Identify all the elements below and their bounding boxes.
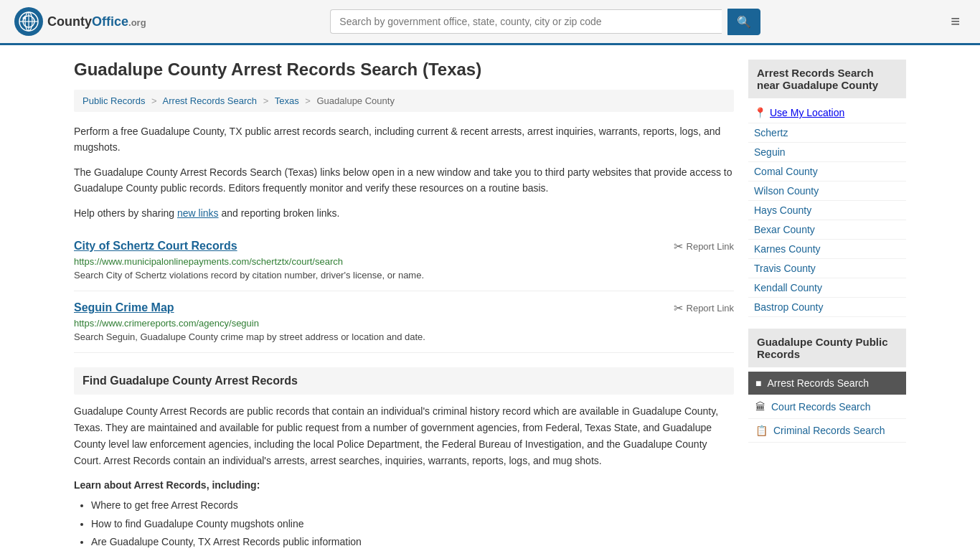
breadcrumb-public-records[interactable]: Public Records — [83, 95, 145, 106]
report-link-btn-2[interactable]: ✂ Report Link — [674, 301, 734, 315]
list-item: Seguin — [748, 143, 906, 162]
logo-text: CountyOffice.org — [47, 14, 146, 29]
sidebar-nearby-title: Arrest Records Search near Guadalupe Cou… — [748, 60, 906, 98]
nearby-link-3[interactable]: Wilson County — [754, 185, 819, 197]
menu-icon[interactable]: ≡ — [945, 9, 966, 34]
record-title-1[interactable]: City of Schertz Court Records — [74, 240, 237, 253]
new-links-link[interactable]: new links — [177, 207, 219, 219]
page-title: Guadalupe County Arrest Records Search (… — [74, 60, 734, 80]
list-item: Karnes County — [748, 240, 906, 259]
use-location-btn[interactable]: 📍 Use My Location — [748, 103, 906, 123]
pin-icon: 📍 — [754, 107, 766, 118]
pub-rec-court[interactable]: 🏛 Court Records Search — [748, 395, 906, 419]
record-url-1: https://www.municipalonlinepayments.com/… — [74, 256, 734, 267]
list-item: Bexar County — [748, 220, 906, 240]
intro-para1: Perform a free Guadalupe County, TX publ… — [74, 123, 734, 156]
nearby-links-list: Schertz Seguin Comal County Wilson Count… — [748, 123, 906, 317]
nearby-link-7[interactable]: Travis County — [754, 263, 816, 274]
sidebar: Arrest Records Search near Guadalupe Cou… — [748, 60, 906, 551]
breadcrumb: Public Records > Arrest Records Search >… — [74, 90, 734, 112]
pub-rec-criminal-link[interactable]: Criminal Records Search — [773, 425, 885, 436]
bullet-item-1: Where to get free Arrest Records — [91, 496, 734, 514]
nearby-link-8[interactable]: Kendall County — [754, 282, 822, 293]
pub-rec-arrest-link[interactable]: Arrest Records Search — [767, 377, 869, 389]
list-item: Kendall County — [748, 278, 906, 298]
breadcrumb-county: Guadalupe County — [316, 95, 394, 106]
nearby-link-6[interactable]: Karnes County — [754, 243, 821, 255]
record-title-2[interactable]: Seguin Crime Map — [74, 301, 174, 314]
record-desc-1: Search City of Schertz violations record… — [74, 270, 734, 281]
logo-icon — [14, 7, 43, 36]
search-button[interactable]: 🔍 — [727, 9, 760, 35]
nearby-link-5[interactable]: Bexar County — [754, 224, 815, 235]
intro-para2: The Guadalupe County Arrest Records Sear… — [74, 164, 734, 197]
criminal-icon: 📋 — [755, 425, 768, 436]
record-item-2: Seguin Crime Map ✂ Report Link https://w… — [74, 291, 734, 353]
list-item: Travis County — [748, 259, 906, 278]
list-item: Schertz — [748, 123, 906, 143]
sidebar-pub-title: Guadalupe County Public Records — [748, 329, 906, 367]
bullet-item-3: Are Guadalupe County, TX Arrest Records … — [91, 533, 734, 551]
main-container: Guadalupe County Arrest Records Search (… — [60, 45, 920, 551]
use-location-link[interactable]: Use My Location — [770, 107, 844, 118]
nearby-link-4[interactable]: Hays County — [754, 204, 811, 216]
logo-area: CountyOffice.org — [14, 7, 146, 36]
report-icon-2: ✂ — [674, 301, 683, 315]
record-desc-2: Search Seguin, Guadalupe County crime ma… — [74, 331, 734, 342]
pub-rec-arrest[interactable]: ■ Arrest Records Search — [748, 372, 906, 395]
nearby-link-1[interactable]: Seguin — [754, 146, 786, 158]
record-url-2: https://www.crimereports.com/agency/segu… — [74, 318, 734, 329]
nearby-link-2[interactable]: Comal County — [754, 166, 818, 177]
pub-rec-court-link[interactable]: Court Records Search — [771, 401, 871, 413]
list-item: Wilson County — [748, 182, 906, 201]
nearby-link-0[interactable]: Schertz — [754, 127, 788, 138]
learn-label: Learn about Arrest Records, including: — [74, 479, 734, 491]
record-item: City of Schertz Court Records ✂ Report L… — [74, 230, 734, 291]
site-header: CountyOffice.org 🔍 ≡ — [0, 0, 980, 45]
pub-rec-criminal[interactable]: 📋 Criminal Records Search — [748, 419, 906, 443]
report-icon-1: ✂ — [674, 240, 683, 253]
list-item: Comal County — [748, 162, 906, 182]
find-section-header: Find Guadalupe County Arrest Records — [74, 367, 734, 395]
report-link-btn-1[interactable]: ✂ Report Link — [674, 240, 734, 253]
list-item: Hays County — [748, 201, 906, 220]
sidebar-pub-section: Guadalupe County Public Records ■ Arrest… — [748, 329, 906, 443]
list-item: Bastrop County — [748, 298, 906, 317]
arrest-icon: ■ — [755, 377, 761, 389]
search-input[interactable] — [330, 9, 722, 34]
bullet-list: Where to get free Arrest Records How to … — [74, 496, 734, 551]
breadcrumb-arrest-records[interactable]: Arrest Records Search — [163, 95, 258, 106]
find-section-body: Guadalupe County Arrest Records are publ… — [74, 403, 734, 469]
intro-para3: Help others by sharing new links and rep… — [74, 205, 734, 221]
content-area: Guadalupe County Arrest Records Search (… — [74, 60, 734, 551]
bullet-item-2: How to find Guadalupe County mugshots on… — [91, 515, 734, 533]
search-area: 🔍 — [330, 9, 760, 35]
breadcrumb-texas[interactable]: Texas — [275, 95, 299, 106]
court-icon: 🏛 — [755, 401, 765, 413]
nearby-link-9[interactable]: Bastrop County — [754, 301, 824, 313]
